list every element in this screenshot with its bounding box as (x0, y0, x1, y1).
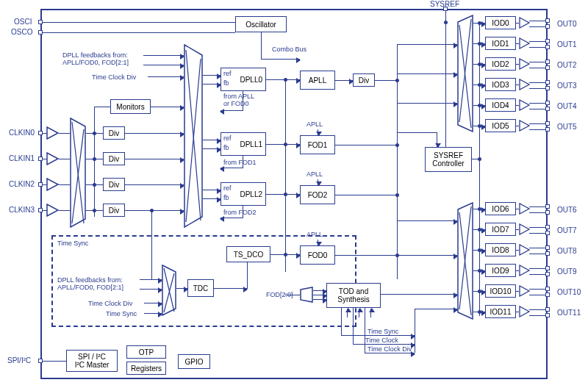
iod7-label: IOD7 (492, 226, 509, 234)
gpio-block: GPIO (178, 354, 210, 369)
registers-label: Registers (131, 364, 162, 373)
svg-marker-3 (47, 204, 58, 216)
dpll0-fb: fb (223, 79, 229, 87)
dpll1-label: DPLL1 (240, 140, 262, 148)
oscillator-block: Oscillator (235, 16, 287, 32)
div0-label: Div (109, 129, 119, 137)
tcd-label2: Time Clock Div (88, 300, 132, 307)
otp-label: OTP (139, 348, 154, 356)
wire-fb1 (143, 55, 184, 56)
fod2-label: FOD2 (308, 191, 328, 199)
ts-out: Time Sync (368, 328, 398, 335)
spi-master-label: SPI / I²C I²C Master (75, 353, 110, 369)
port-clkin0: CLKIN0 (9, 129, 35, 137)
sysref-controller: SYSREF Controller (425, 147, 472, 172)
svg-marker-2 (47, 179, 58, 190)
apll-small2: APLL (306, 170, 323, 178)
ts-label2: Time Sync (106, 310, 137, 317)
iod9: IOD9 (485, 264, 516, 277)
fod2-block: FOD2 (300, 185, 335, 204)
svg-marker-26 (520, 204, 529, 214)
svg-marker-1 (47, 153, 58, 165)
wire-mon-h (94, 107, 110, 107)
monitors-label: Monitors (116, 103, 144, 111)
iod2: IOD2 (485, 57, 516, 71)
tod-label: TOD and Synthesis (337, 287, 369, 303)
oscillator-label: Oscillator (245, 21, 276, 29)
iod9-label: IOD9 (492, 267, 509, 275)
port-out2: OUT2 (557, 61, 577, 69)
clkin-mux (70, 118, 86, 228)
from-fod1: from FOD1 (223, 159, 257, 166)
wire-sysref (445, 10, 446, 147)
tdc-label: TDC (193, 284, 209, 292)
iod11-label: IOD11 (490, 308, 512, 316)
wire-monitors (151, 107, 184, 107)
iod6-label: IOD6 (492, 205, 509, 213)
dpll-fb-label: DPLL feedbacks from: APLL/FOD0, FOD[2:1] (62, 51, 129, 66)
iod5-label: IOD5 (492, 122, 509, 130)
registers-block: Registers (126, 362, 166, 375)
iod8: IOD8 (485, 243, 516, 256)
tdc-mux (162, 265, 176, 316)
port-spi-i2c: SPI/I²C (7, 356, 31, 364)
div2: Div (103, 178, 125, 191)
svg-marker-27 (520, 224, 529, 234)
port-out5: OUT5 (557, 123, 577, 131)
tdc-block: TDC (187, 279, 214, 297)
port-clkin3: CLKIN3 (9, 206, 35, 214)
wire-tcd (148, 76, 184, 77)
port-osco: OSCO (11, 28, 32, 36)
iod3: IOD3 (485, 78, 516, 91)
iod7: IOD7 (485, 223, 516, 236)
fod-demux-icon (300, 287, 313, 303)
iod0: IOD0 (485, 16, 516, 29)
from-apll-fod0: from APLL or FOD0 (223, 93, 254, 107)
otp-block: OTP (126, 345, 166, 359)
iod6: IOD6 (485, 202, 516, 215)
iod11: IOD11 (485, 305, 516, 318)
iod5: IOD5 (485, 119, 516, 132)
wire-osco (43, 32, 235, 33)
apll-div: Div (353, 73, 375, 87)
div2-label: Div (109, 181, 119, 189)
svg-marker-20 (520, 18, 529, 28)
apll-small1: APLL (306, 121, 323, 128)
port-out10: OUT10 (557, 288, 581, 296)
dpll0-ref: ref (223, 70, 232, 77)
dpll1-fb: fb (223, 144, 229, 151)
port-out4: OUT4 (557, 102, 577, 110)
sysref-ctrl-label: SYSREF Controller (432, 151, 464, 168)
apll-div-label: Div (359, 76, 369, 85)
svg-marker-28 (520, 245, 529, 255)
monitors-block: Monitors (110, 99, 151, 114)
div3: Div (103, 204, 125, 217)
wire-osci (43, 22, 235, 23)
iod0-label: IOD0 (492, 19, 509, 27)
tc-out: Time Clock (365, 337, 398, 344)
svg-marker-21 (520, 38, 529, 48)
port-out6: OUT6 (557, 206, 577, 214)
svg-marker-30 (520, 286, 529, 296)
port-clkin1: CLKIN1 (9, 154, 35, 162)
svg-marker-23 (520, 79, 529, 90)
port-out8: OUT8 (557, 247, 577, 255)
svg-marker-25 (520, 121, 529, 131)
apll-block: APLL (300, 71, 335, 90)
port-osci: OSCI (14, 18, 32, 26)
svg-marker-24 (520, 100, 529, 110)
dpll-fb-label2: DPLL feedbacks from: APLL/FOD0, FOD[2:1] (57, 276, 123, 291)
dpll1-ref: ref (223, 134, 232, 142)
port-out7: OUT7 (557, 226, 577, 234)
port-clkin2: CLKIN2 (9, 180, 35, 188)
svg-marker-22 (520, 59, 529, 69)
iod10: IOD10 (485, 284, 516, 298)
wire-mon-v (94, 107, 95, 217)
fod1-block: FOD1 (300, 135, 335, 154)
iod2-label: IOD2 (492, 60, 509, 68)
tcd-out: Time Clock Div (368, 345, 412, 353)
div1-label: Div (109, 155, 119, 163)
port-out11: OUT11 (557, 309, 581, 317)
apll-label: APLL (309, 76, 326, 85)
time-clock-div-label: Time Clock Div (92, 73, 136, 81)
